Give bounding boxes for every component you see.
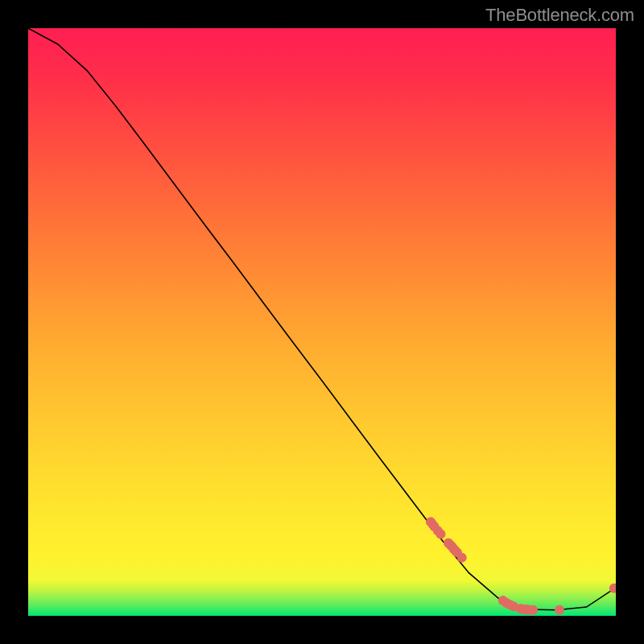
credit-label: TheBottleneck.com <box>485 5 634 26</box>
bottleneck-curve <box>28 28 616 610</box>
data-marker <box>528 605 538 615</box>
data-markers <box>426 517 616 615</box>
plot-overlay <box>28 28 616 616</box>
plot-area <box>28 28 616 616</box>
data-marker <box>555 605 564 615</box>
data-marker <box>436 530 445 539</box>
data-marker <box>457 553 467 563</box>
